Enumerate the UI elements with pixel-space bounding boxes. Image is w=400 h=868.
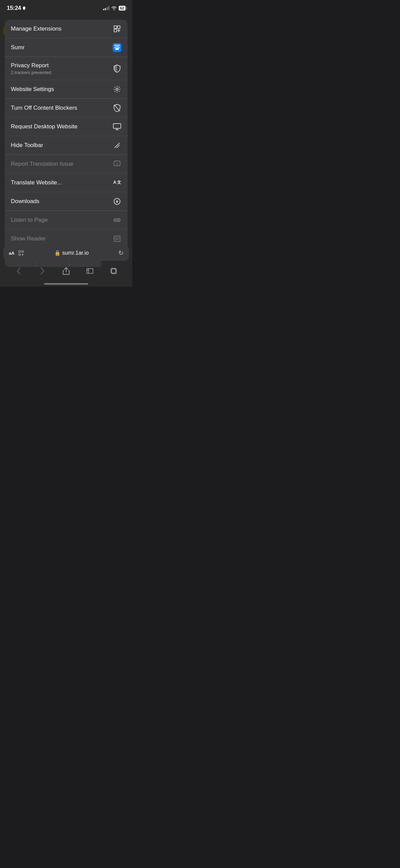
translation-report-icon <box>113 160 121 168</box>
svg-line-4 <box>114 105 120 111</box>
svg-rect-1 <box>117 26 120 29</box>
menu-item-listen-to-page[interactable]: Listen to Page <box>5 211 128 230</box>
request-desktop-label: Request Desktop Website <box>11 123 77 130</box>
reload-button[interactable]: ↻ <box>118 249 123 257</box>
menu-item-downloads[interactable]: Downloads <box>5 192 128 211</box>
font-size-button[interactable]: aA <box>9 251 15 256</box>
forward-button[interactable] <box>35 265 50 277</box>
privacy-report-label: Privacy Report <box>11 62 51 69</box>
menu-item-sumr-left: Sumr <box>11 44 25 51</box>
svg-line-6 <box>115 143 119 148</box>
extensions-icon <box>113 24 121 33</box>
menu-item-translate-website[interactable]: Translate Website... A 文 <box>5 174 128 192</box>
report-translation-label: Report Translation Issue <box>11 160 73 168</box>
back-button[interactable] <box>11 265 26 277</box>
svg-rect-25 <box>19 254 20 255</box>
menu-item-sumr[interactable]: Sumr <box>5 38 128 57</box>
svg-rect-5 <box>113 124 121 128</box>
svg-point-10 <box>117 162 117 163</box>
navigation-bar <box>0 264 132 278</box>
address-bar[interactable]: aA 🔒 sumr.1ar.io ↻ <box>3 245 129 261</box>
battery-indicator: 62 <box>119 6 126 11</box>
menu-item-content-blockers-left: Turn Off Content Blockers <box>11 104 77 112</box>
home-indicator <box>44 283 88 285</box>
lock-icon: 🔒 <box>54 250 61 256</box>
menu-item-hide-toolbar-left: Hide Toolbar <box>11 142 43 149</box>
menu-item-translate-website-left: Translate Website... <box>11 179 62 186</box>
menu-item-hide-toolbar[interactable]: Hide Toolbar <box>5 136 128 155</box>
gear-icon <box>113 85 121 94</box>
status-time: 15:24 <box>7 5 26 12</box>
url-text: sumr.1ar.io <box>62 250 89 256</box>
extension-button[interactable] <box>17 249 25 257</box>
menu-item-manage-extensions-left: Manage Extensions <box>11 25 61 33</box>
tabs-button[interactable] <box>106 265 121 277</box>
show-reader-label: Show Reader <box>11 235 46 242</box>
menu-item-listen-left: Listen to Page <box>11 216 48 224</box>
signal-icon <box>103 6 109 10</box>
menu-item-manage-extensions[interactable]: Manage Extensions <box>5 20 128 38</box>
svg-rect-2 <box>114 29 117 32</box>
shield-icon <box>113 64 121 73</box>
address-bar-left: aA <box>9 249 25 257</box>
svg-rect-24 <box>22 251 23 252</box>
manage-extensions-label: Manage Extensions <box>11 25 61 33</box>
svg-rect-23 <box>19 251 20 252</box>
reader-icon <box>113 234 121 243</box>
menu-item-content-blockers[interactable]: Turn Off Content Blockers <box>5 99 128 117</box>
translate-icon: A 文 <box>113 178 121 187</box>
speaker-icon <box>113 216 121 224</box>
location-icon <box>22 6 26 10</box>
share-button[interactable] <box>59 265 74 277</box>
hide-toolbar-icon <box>113 141 121 150</box>
menu-item-downloads-left: Downloads <box>11 198 39 205</box>
menu-item-request-desktop[interactable]: Request Desktop Website <box>5 117 128 136</box>
website-settings-label: Website Settings <box>11 86 54 93</box>
svg-rect-0 <box>114 26 117 29</box>
wifi-icon <box>111 6 117 10</box>
menu-item-website-settings[interactable]: Website Settings <box>5 80 128 99</box>
content-blockers-label: Turn Off Content Blockers <box>11 104 77 112</box>
status-icons: 62 <box>103 6 126 11</box>
svg-point-15 <box>115 219 116 221</box>
bottom-toolbar: aA 🔒 sumr.1ar.io ↻ <box>0 245 132 278</box>
desktop-icon <box>113 122 121 131</box>
menu-item-request-desktop-left: Request Desktop Website <box>11 123 77 130</box>
privacy-report-subtitle: 2 trackers prevented <box>11 70 51 75</box>
menu-item-show-reader-left: Show Reader <box>11 235 46 242</box>
listen-to-page-label: Listen to Page <box>11 216 48 224</box>
menu-item-privacy-report[interactable]: Privacy Report 2 trackers prevented <box>5 57 128 80</box>
sumr-label: Sumr <box>11 44 25 51</box>
svg-text:A: A <box>113 180 116 185</box>
svg-text:文: 文 <box>117 180 121 185</box>
menu-item-privacy-report-left: Privacy Report 2 trackers prevented <box>11 62 51 75</box>
menu-item-report-translation-left: Report Translation Issue <box>11 160 73 168</box>
block-off-icon <box>113 104 121 112</box>
download-icon <box>113 197 121 206</box>
sumr-app-icon <box>113 43 121 52</box>
menu-item-report-translation[interactable]: Report Translation Issue <box>5 155 128 174</box>
menu-item-website-settings-left: Website Settings <box>11 86 54 93</box>
hide-toolbar-label: Hide Toolbar <box>11 142 43 149</box>
safari-menu-popup: Manage Extensions Sumr <box>5 20 128 267</box>
bookmarks-button[interactable] <box>82 265 97 277</box>
svg-point-3 <box>116 88 118 90</box>
translate-website-label: Translate Website... <box>11 179 62 186</box>
downloads-label: Downloads <box>11 198 39 205</box>
url-display[interactable]: 🔒 sumr.1ar.io <box>54 250 89 256</box>
